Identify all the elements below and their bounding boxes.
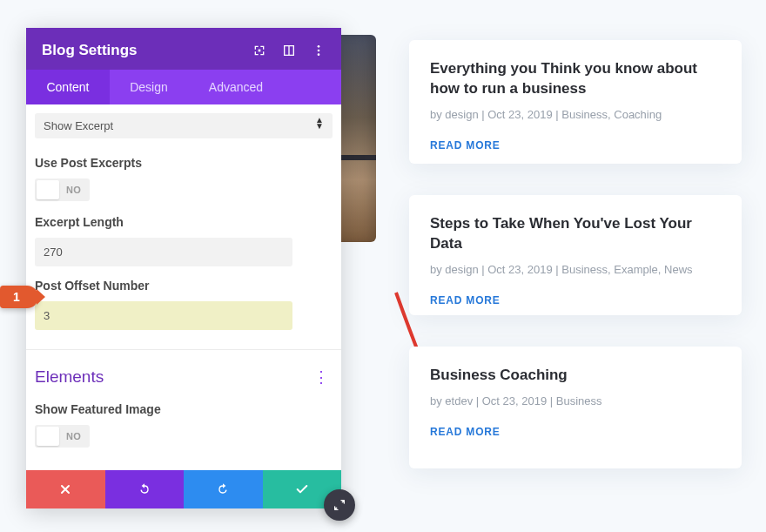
undo-button[interactable] <box>105 470 185 508</box>
card-3-readmore[interactable]: READ MORE <box>430 426 501 438</box>
use-post-excerpts-label: Use Post Excerpts <box>35 156 333 170</box>
field-show-featured-image: Show Featured Image NO <box>26 394 341 461</box>
section-elements-title: Elements <box>35 367 104 387</box>
blog-card-3: Business Coaching by etdev | Oct 23, 201… <box>409 347 742 468</box>
close-icon <box>58 482 72 496</box>
use-post-excerpts-toggle[interactable]: NO <box>35 178 90 201</box>
card-1-readmore[interactable]: READ MORE <box>430 139 501 152</box>
tab-design[interactable]: Design <box>110 70 188 104</box>
blog-card-1: Everything you Think you know about how … <box>409 40 742 164</box>
excerpt-length-label: Excerpt Length <box>35 215 333 229</box>
svg-point-2 <box>318 50 320 52</box>
field-post-offset: Post Offset Number <box>26 270 341 333</box>
card-2-title: Steps to Take When You've Lost Your Data <box>430 214 721 254</box>
card-3-title: Business Coaching <box>430 366 721 386</box>
toggle-handle <box>37 180 59 199</box>
panel-header-actions <box>252 44 326 57</box>
blog-settings-panel: Blog Settings Content Design Advanced Sh… <box>26 28 341 508</box>
card-1-meta: by design | Oct 23, 2019 | Business, Coa… <box>430 108 721 121</box>
expand-icon <box>333 498 346 512</box>
card-3-meta: by etdev | Oct 23, 2019 | Business <box>430 394 721 407</box>
blog-card-2: Steps to Take When You've Lost Your Data… <box>409 195 742 315</box>
callout-marker-1: 1 <box>0 286 38 308</box>
card-1-title: Everything you Think you know about how … <box>430 59 721 99</box>
redo-icon <box>216 482 230 496</box>
section-elements-header: Elements ⋮ <box>26 350 341 394</box>
panel-title: Blog Settings <box>42 42 138 59</box>
svg-rect-0 <box>259 50 261 52</box>
show-featured-image-label: Show Featured Image <box>35 402 333 416</box>
expand-handle[interactable] <box>324 489 355 521</box>
panel-layout-icon[interactable] <box>282 44 296 57</box>
tab-content[interactable]: Content <box>26 70 110 104</box>
show-excerpt-select[interactable]: Show Excerpt ▲▼ <box>26 108 341 147</box>
redo-button[interactable] <box>184 470 263 508</box>
close-button[interactable] <box>26 470 105 508</box>
svg-point-3 <box>318 53 320 56</box>
excerpt-length-input[interactable] <box>35 238 292 266</box>
more-icon[interactable] <box>312 44 326 57</box>
use-post-excerpts-value: NO <box>66 185 81 195</box>
card-2-readmore[interactable]: READ MORE <box>430 294 501 306</box>
show-excerpt-value: Show Excerpt <box>35 113 333 138</box>
panel-body: Show Excerpt ▲▼ Use Post Excerpts NO Exc… <box>26 104 341 470</box>
select-arrows-icon: ▲▼ <box>315 117 324 129</box>
show-featured-image-toggle[interactable]: NO <box>35 425 90 448</box>
field-excerpt-length: Excerpt Length <box>26 206 341 270</box>
section-menu-icon[interactable]: ⋮ <box>313 373 329 381</box>
field-use-post-excerpts: Use Post Excerpts NO <box>26 147 341 206</box>
panel-header: Blog Settings <box>26 28 341 70</box>
show-featured-image-value: NO <box>66 431 81 441</box>
toggle-handle <box>37 427 59 446</box>
background-photo-strip <box>341 35 376 242</box>
post-offset-label: Post Offset Number <box>35 279 333 293</box>
fullscreen-icon[interactable] <box>252 44 266 57</box>
svg-point-1 <box>318 45 320 48</box>
undo-icon <box>138 482 151 496</box>
tab-advanced[interactable]: Advanced <box>188 70 284 104</box>
panel-tabs: Content Design Advanced <box>26 70 341 104</box>
post-offset-input[interactable] <box>35 301 292 330</box>
card-2-meta: by design | Oct 23, 2019 | Business, Exa… <box>430 263 721 276</box>
callout-marker-number: 1 <box>13 290 20 304</box>
panel-footer <box>26 470 341 508</box>
check-icon <box>295 482 309 496</box>
